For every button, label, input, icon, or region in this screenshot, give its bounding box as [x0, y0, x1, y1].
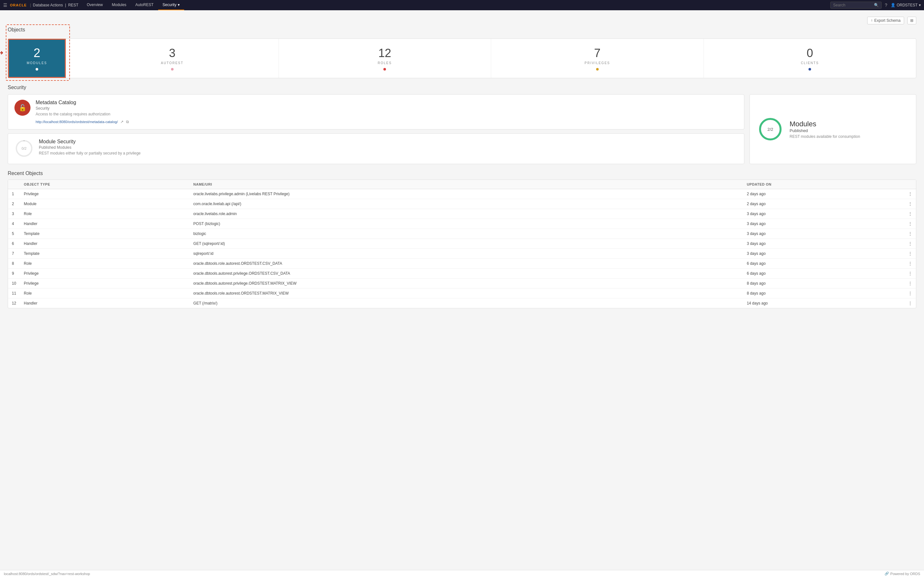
roles-count: 12 [378, 47, 391, 60]
module-security-subtitle: Published Modules [39, 145, 738, 150]
grid-view-button[interactable]: ⊞ [907, 17, 916, 24]
clients-dot [809, 68, 811, 71]
row-num: 5 [8, 229, 20, 239]
recent-objects-section: Recent Objects OBJECT TYPE NAME/URI UPDA… [8, 171, 916, 308]
table-row: 10 Privilege oracle.dbtools.autorest.pri… [8, 279, 916, 288]
tile-modules[interactable]: 2 MODULES [8, 39, 66, 78]
chevron-down-icon: ▾ [178, 3, 180, 7]
module-security-card: 0/2 Module Security Published Modules RE… [8, 133, 744, 164]
row-actions-btn[interactable]: ⋮ [905, 219, 916, 229]
row-updated: 14 days ago [743, 298, 905, 308]
modules-ratio: 2/2 [767, 127, 773, 132]
row-actions-btn[interactable]: ⋮ [905, 259, 916, 269]
tab-autorest[interactable]: AutoREST [131, 0, 158, 10]
tab-modules[interactable]: Modules [107, 0, 131, 10]
metadata-catalog-url-row: http://localhost:8080/ords/ordstest/meta… [36, 119, 738, 124]
row-actions-btn[interactable]: ⋮ [905, 229, 916, 239]
autorest-label: AUTOREST [161, 61, 184, 65]
table-row: 3 Role oracle.livelabs.role.admin 3 days… [8, 209, 916, 219]
row-actions-btn[interactable]: ⋮ [905, 209, 916, 219]
row-type: Template [20, 229, 189, 239]
row-actions-btn[interactable]: ⋮ [905, 199, 916, 209]
modules-card-subtitle: Published [790, 128, 860, 133]
modules-count: 2 [33, 46, 40, 60]
toolbar-row: ↑ Export Schema ⊞ [8, 17, 916, 24]
section-title-row: Objects [8, 27, 916, 37]
row-updated: 3 days ago [743, 229, 905, 239]
row-type: Privilege [20, 269, 189, 279]
tile-privileges[interactable]: 7 PRIVILEGES [491, 39, 704, 78]
modules-card-inner: 2/2 Modules Published REST modules avail… [750, 94, 916, 164]
row-updated: 8 days ago [743, 288, 905, 298]
row-updated: 2 days ago [743, 189, 905, 199]
app-name: Database Actions | REST [33, 3, 79, 7]
user-icon: 👤 [891, 3, 895, 7]
row-name: sqlreport/:id [190, 249, 743, 259]
row-name: POST (bizlogic) [190, 219, 743, 229]
lock-icon-circle: 🔓 [15, 100, 31, 116]
row-type: Role [20, 259, 189, 269]
metadata-catalog-desc: Access to the catalog requires authoriza… [36, 112, 738, 116]
row-name: oracle.dbtools.role.autorest.ORDSTEST.CS… [190, 259, 743, 269]
row-num: 2 [8, 199, 20, 209]
privileges-count: 7 [594, 47, 601, 60]
row-actions-btn[interactable]: ⋮ [905, 298, 916, 308]
row-actions-btn[interactable]: ⋮ [905, 269, 916, 279]
row-updated: 3 days ago [743, 239, 905, 249]
oracle-logo: ORACLE [10, 3, 27, 7]
tab-security[interactable]: Security ▾ [158, 0, 184, 10]
module-security-ratio: 0/2 [21, 147, 26, 150]
clients-count: 0 [806, 47, 813, 60]
row-actions-btn[interactable]: ⋮ [905, 288, 916, 298]
export-schema-button[interactable]: ↑ Export Schema [867, 17, 904, 24]
recent-objects-table: OBJECT TYPE NAME/URI UPDATED ON 1 Privil… [8, 179, 916, 308]
row-num: 11 [8, 288, 20, 298]
row-num: 8 [8, 259, 20, 269]
row-name: oracle.dbtools.autorest.privilege.ORDSTE… [190, 279, 743, 288]
tile-roles[interactable]: 12 ROLES [278, 39, 491, 78]
row-num: 9 [8, 269, 20, 279]
modules-card-desc: REST modules available for consumption [790, 134, 860, 139]
main-content: ↑ Export Schema ⊞ ➜ Objects 2 MODULES 3 … [0, 10, 924, 315]
user-menu[interactable]: 👤 ORDSTEST ▾ [891, 3, 921, 7]
row-actions-btn[interactable]: ⋮ [905, 189, 916, 199]
objects-section: ➜ Objects 2 MODULES 3 AUTOREST 12 ROLES [8, 27, 916, 78]
row-num: 7 [8, 249, 20, 259]
row-type: Privilege [20, 189, 189, 199]
row-actions-btn[interactable]: ⋮ [905, 249, 916, 259]
row-updated: 6 days ago [743, 259, 905, 269]
external-link-icon[interactable]: ↗ [120, 119, 124, 124]
help-icon[interactable]: ? [885, 3, 887, 8]
security-cards: 🔓 Metadata Catalog Security Access to th… [8, 94, 916, 164]
col-object-type: OBJECT TYPE [20, 180, 189, 189]
metadata-catalog-card: 🔓 Metadata Catalog Security Access to th… [8, 94, 744, 129]
tile-autorest[interactable]: 3 AUTOREST [66, 39, 278, 78]
search-icon: 🔍 [874, 3, 879, 7]
table-row: 9 Privilege oracle.dbtools.autorest.priv… [8, 269, 916, 279]
table-row: 4 Handler POST (bizlogic) 3 days ago ⋮ [8, 219, 916, 229]
tab-overview[interactable]: Overview [82, 0, 107, 10]
search-box[interactable]: 🔍 [830, 2, 882, 9]
metadata-catalog-subtitle: Security [36, 106, 738, 111]
row-num: 1 [8, 189, 20, 199]
tile-clients[interactable]: 0 CLIENTS [704, 39, 916, 78]
module-security-desc: REST modules either fully or partially s… [39, 151, 738, 155]
row-name: GET (sqlreport/:id) [190, 239, 743, 249]
modules-dot [36, 68, 38, 71]
modules-label: MODULES [27, 61, 47, 65]
row-name: oracle.dbtools.role.autorest.ORDSTEST.MA… [190, 288, 743, 298]
metadata-catalog-url-link[interactable]: http://localhost:8080/ords/ordstest/meta… [36, 120, 118, 124]
clients-label: CLIENTS [801, 61, 819, 65]
search-input[interactable] [833, 3, 872, 7]
row-type: Template [20, 249, 189, 259]
row-actions-btn[interactable]: ⋮ [905, 239, 916, 249]
topnav-right: 🔍 ? 👤 ORDSTEST ▾ [830, 2, 921, 9]
security-title: Security [8, 85, 916, 90]
objects-title: Objects [8, 27, 25, 33]
row-type: Role [20, 288, 189, 298]
modules-progress-circle: 2/2 [758, 116, 783, 142]
recent-objects-title: Recent Objects [8, 171, 916, 176]
row-actions-btn[interactable]: ⋮ [905, 279, 916, 288]
copy-icon[interactable]: ⧉ [126, 119, 129, 124]
hamburger-icon[interactable]: ☰ [3, 3, 7, 8]
